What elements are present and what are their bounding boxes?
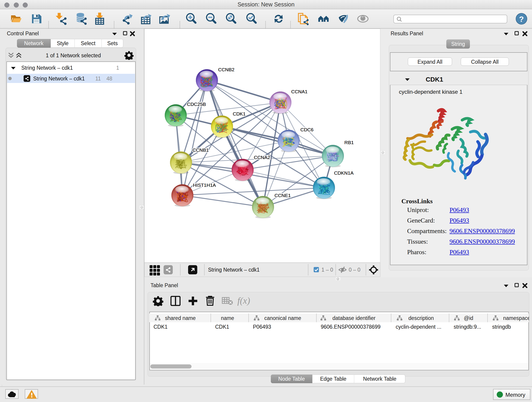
svg-text:CCNB2: CCNB2 bbox=[218, 67, 234, 72]
svg-text:CDC6: CDC6 bbox=[300, 127, 313, 132]
svg-text:CCNA1: CCNA1 bbox=[291, 89, 307, 94]
svg-text:CDKN1A: CDKN1A bbox=[334, 170, 354, 176]
svg-text:RB1: RB1 bbox=[344, 140, 354, 145]
svg-text:HIST1H1A: HIST1H1A bbox=[193, 182, 216, 188]
svg-text:CCNE1: CCNE1 bbox=[274, 193, 291, 198]
svg-text:CCNA2: CCNA2 bbox=[254, 155, 270, 160]
svg-text:CCNB1: CCNB1 bbox=[192, 147, 209, 153]
svg-text:CDK1: CDK1 bbox=[233, 111, 246, 116]
svg-text:CDC25B: CDC25B bbox=[187, 102, 206, 107]
